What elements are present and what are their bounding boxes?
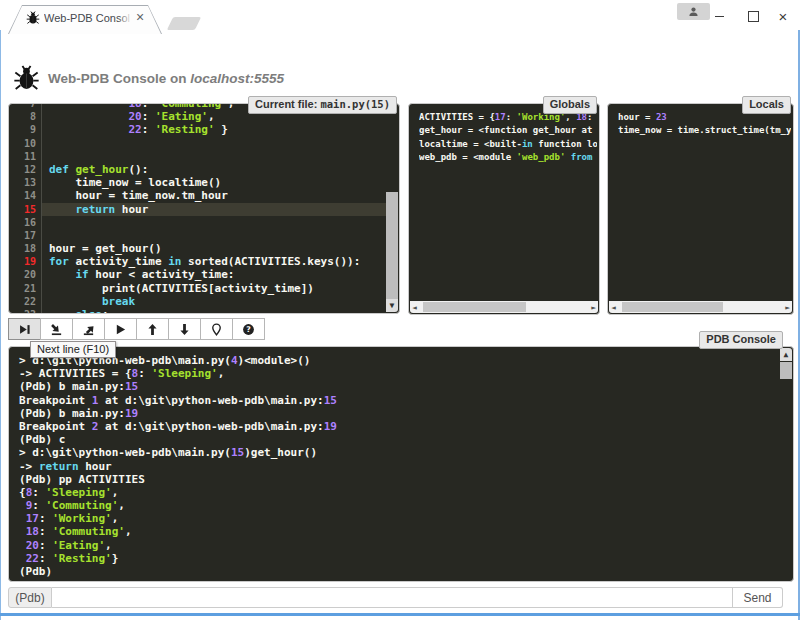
code-line-content: print(ACTIVITIES[activity_time])	[41, 282, 386, 295]
code-token	[69, 163, 76, 176]
page-title-host: localhost:5555	[190, 71, 284, 86]
close-button[interactable]: ×	[770, 6, 796, 26]
code-token	[49, 308, 76, 314]
send-button[interactable]: Send	[733, 587, 783, 608]
code-token: for	[49, 255, 69, 268]
help-button[interactable]: ?	[232, 318, 265, 340]
code-token: (Pdb) pp ACTIVITIES	[19, 473, 145, 486]
scrollbar-thumb[interactable]	[780, 362, 792, 379]
line-number[interactable]: 18	[9, 242, 41, 255]
continue-button[interactable]	[104, 318, 137, 340]
locals-panel[interactable]: hour = 23time_now = time.struct_time(tm_…	[607, 103, 794, 315]
console-line: > d:\git\python-web-pdb\main.py(15)get_h…	[19, 446, 779, 459]
code-token: 'Working'	[52, 512, 112, 525]
code-token: else	[76, 308, 103, 314]
line-number[interactable]: 19	[9, 255, 41, 268]
line-number[interactable]: 21	[9, 282, 41, 295]
step-out-icon	[82, 323, 95, 336]
next-line-button[interactable]	[8, 318, 41, 340]
code-token: get_hour = <function get_hour at	[419, 125, 597, 135]
line-number[interactable]: 7	[9, 103, 41, 110]
stack-up-button[interactable]	[136, 318, 169, 340]
code-editor-panel[interactable]: 7 18: 'Commuting',8 20: 'Eating',9 22: '…	[8, 103, 400, 314]
code-token: (Pdb) c	[19, 433, 65, 446]
code-token: hour	[79, 460, 112, 473]
code-token: def	[49, 163, 69, 176]
code-token: time_now = localtime()	[49, 176, 221, 189]
globals-panel[interactable]: ACTIVITIES = {17: 'Working', 18: 'Commut…	[408, 103, 600, 315]
tab-close-icon[interactable]: ×	[136, 9, 144, 25]
locals-lines: hour = 23time_now = time.struct_time(tm_…	[618, 111, 791, 138]
step-into-button[interactable]	[40, 318, 73, 340]
console-scrollbar[interactable]: ▲	[780, 348, 792, 580]
line-number[interactable]: 9	[9, 123, 41, 136]
line-number[interactable]: 14	[9, 189, 41, 202]
line-number[interactable]: 22	[9, 295, 41, 308]
console-line: 18: 'Commuting',	[19, 525, 779, 538]
stack-down-button[interactable]	[168, 318, 201, 340]
code-token: 17	[26, 512, 39, 525]
window-border-left	[0, 30, 1, 620]
line-number[interactable]: 8	[9, 110, 41, 123]
code-line: 17	[9, 229, 386, 242]
console-lines: > d:\git\python-web-pdb\main.py(4)<modul…	[19, 354, 779, 578]
window-border-bottom	[0, 613, 800, 616]
line-number[interactable]: 23	[9, 308, 41, 314]
scrollbar-up-arrow-icon[interactable]: ▲	[780, 348, 792, 361]
maximize-button[interactable]	[740, 6, 766, 26]
code-token: 'Resting'	[155, 123, 215, 136]
scrollbar-down-arrow-icon[interactable]: ▼	[386, 299, 398, 312]
code-token: :	[142, 123, 155, 136]
code-line-content: time_now = localtime()	[41, 176, 386, 189]
code-line: 9 22: 'Resting' }	[9, 123, 386, 136]
line-number[interactable]: 15	[9, 203, 41, 216]
code-token: localtime = <built-	[419, 139, 522, 149]
code-token: 22	[128, 123, 141, 136]
scrollbar-left-arrow-icon[interactable]: ◄	[412, 303, 417, 312]
globals-scrollbar[interactable]: ◄ ►	[410, 301, 598, 313]
code-token: 20	[26, 539, 39, 552]
scrollbar-right-arrow-icon[interactable]: ►	[785, 303, 790, 312]
code-line-content: hour = get_hour()	[41, 242, 386, 255]
code-line-content: for activity_time in sorted(ACTIVITIES.k…	[41, 255, 386, 268]
code-token: 'Eating'	[52, 539, 105, 552]
line-number[interactable]: 10	[9, 137, 41, 150]
code-token	[49, 295, 102, 308]
current-line-button[interactable]	[200, 318, 233, 340]
line-number[interactable]: 16	[9, 216, 41, 229]
locals-scrollbar[interactable]: ◄ ►	[609, 301, 792, 313]
code-token: 15	[125, 380, 138, 393]
step-out-button[interactable]	[72, 318, 105, 340]
line-number[interactable]: 12	[9, 163, 41, 176]
marker-pin-icon	[210, 323, 223, 336]
command-input[interactable]	[52, 587, 733, 608]
tooltip: Next line (F10)	[30, 341, 116, 358]
code-token: in	[168, 255, 181, 268]
scrollbar-right-arrow-icon[interactable]: ►	[591, 303, 596, 312]
scrollbar-thumb[interactable]	[622, 302, 723, 312]
maximize-icon	[748, 11, 759, 22]
code-token: 'Sleeping'	[46, 486, 112, 499]
pdb-console-panel[interactable]: > d:\git\python-web-pdb\main.py(4)<modul…	[8, 346, 794, 582]
line-number[interactable]: 13	[9, 176, 41, 189]
code-editor-scrollbar[interactable]: ▼	[386, 105, 398, 312]
code-line-content: def get_hour():	[41, 163, 386, 176]
scrollbar-left-arrow-icon[interactable]: ◄	[611, 303, 616, 312]
minimize-button[interactable]	[706, 6, 732, 26]
code-token: return	[39, 460, 79, 473]
pdb-prompt-addon: (Pdb)	[8, 587, 52, 608]
line-number[interactable]: 11	[9, 150, 41, 163]
line-number[interactable]: 17	[9, 229, 41, 242]
code-token: :	[39, 525, 52, 538]
code-token: 18	[128, 103, 141, 110]
scrollbar-thumb[interactable]	[386, 192, 398, 299]
scrollbar-thumb[interactable]	[423, 302, 526, 312]
code-token: :	[142, 103, 155, 110]
new-tab-button[interactable]	[167, 17, 201, 30]
code-token: 'web_pdb'	[517, 152, 566, 162]
console-line: Breakpoint 2 at d:\git\python-web-pdb\ma…	[19, 420, 779, 433]
line-number[interactable]: 20	[9, 268, 41, 281]
code-token: at d:\git\python-web-pdb\main.py:	[98, 420, 323, 433]
code-token: :	[39, 512, 52, 525]
locals-badge: Locals	[742, 96, 791, 114]
